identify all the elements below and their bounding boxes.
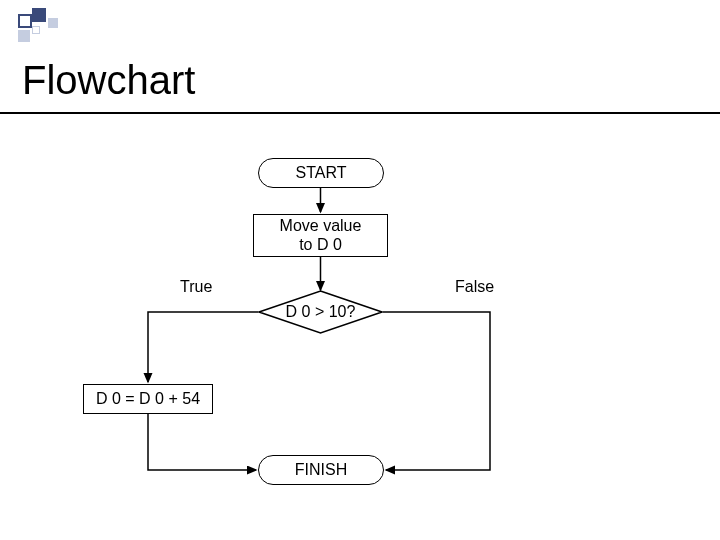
label-false: False bbox=[455, 278, 494, 296]
node-start-label: START bbox=[296, 164, 347, 182]
node-move-label: Move value to D 0 bbox=[280, 217, 362, 254]
node-move: Move value to D 0 bbox=[253, 214, 388, 257]
node-finish-label: FINISH bbox=[295, 461, 347, 479]
node-start: START bbox=[258, 158, 384, 188]
node-decision: D 0 > 10? bbox=[258, 290, 383, 334]
node-process-true-label: D 0 = D 0 + 54 bbox=[96, 390, 200, 408]
node-finish: FINISH bbox=[258, 455, 384, 485]
node-decision-label: D 0 > 10? bbox=[286, 303, 356, 321]
label-true: True bbox=[180, 278, 212, 296]
node-process-true: D 0 = D 0 + 54 bbox=[83, 384, 213, 414]
